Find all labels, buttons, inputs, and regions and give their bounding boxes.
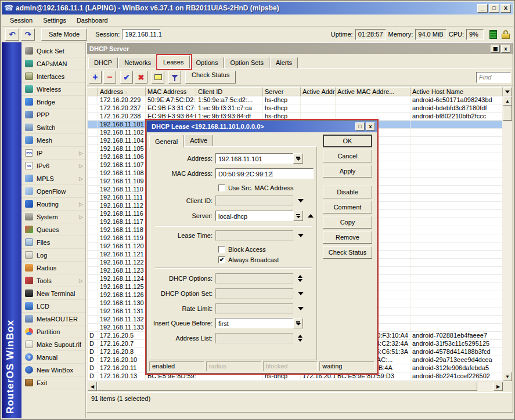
check-status-button[interactable]: Check Status <box>323 246 372 259</box>
sidebar-item-mesh[interactable]: Mesh <box>21 134 85 147</box>
column-header-active-addr-[interactable]: Active Addr...▵ <box>301 87 336 96</box>
sidebar-item-wireless[interactable]: Wireless <box>21 83 85 96</box>
minimize-icon[interactable]: _ <box>477 4 488 13</box>
scroll-up-icon[interactable]: ▲ <box>503 96 512 106</box>
find-input[interactable]: Find <box>476 72 511 83</box>
traffic-graph-icon[interactable] <box>489 30 497 39</box>
column-header-server[interactable]: Server <box>263 87 301 96</box>
dialog-tab-active[interactable]: Active <box>184 135 213 146</box>
sidebar-item-system[interactable]: System▷ <box>21 211 85 223</box>
sidebar-item-radius[interactable]: Radius <box>21 262 85 274</box>
disable-button[interactable]: Disable <box>323 186 372 198</box>
session-input[interactable]: 192.168.11.1 <box>122 29 160 40</box>
dialog-tab-general[interactable]: General <box>149 135 183 148</box>
address-list-input[interactable] <box>215 333 293 343</box>
collapse-section-icon[interactable] <box>308 214 314 218</box>
menu-item-settings[interactable]: Settings <box>38 16 71 25</box>
vertical-scrollbar[interactable]: ▲ ▼ <box>503 96 512 381</box>
sidebar-item-metarouter[interactable]: MetaROUTER <box>21 313 85 325</box>
add-icon[interactable]: + <box>89 71 102 84</box>
lease-time-dropdown-icon[interactable] <box>298 234 304 237</box>
server-dropdown-icon[interactable] <box>293 211 303 221</box>
sidebar-item-mpls[interactable]: MPLS▷ <box>21 172 85 185</box>
sidebar-item-bridge[interactable]: Bridge <box>21 96 85 108</box>
sidebar-item-partition[interactable]: Partition <box>21 325 85 338</box>
apply-button[interactable]: Apply <box>323 165 372 178</box>
rate-limit-input[interactable] <box>215 303 293 314</box>
undo-icon[interactable]: ↶ <box>5 28 19 41</box>
column-header-client-id[interactable]: Client ID <box>196 87 263 96</box>
column-select-dropdown-icon[interactable] <box>503 87 512 96</box>
filter-icon[interactable] <box>168 71 181 84</box>
sidebar-item-ppp[interactable]: PPP <box>21 108 85 121</box>
sidebar-item-capsman[interactable]: CAPsMAN <box>21 57 85 70</box>
server-input[interactable]: local-dhcp <box>215 211 293 221</box>
sidebar-item-quick-set[interactable]: Quick Set <box>21 45 85 57</box>
tab-alerts[interactable]: Alerts <box>270 57 298 68</box>
redo-icon[interactable]: ↷ <box>21 28 35 41</box>
disable-icon[interactable]: ✖ <box>135 71 147 84</box>
remove-icon[interactable]: − <box>103 71 116 84</box>
sidebar-item-interfaces[interactable]: Interfaces <box>21 70 85 83</box>
sidebar-item-lcd[interactable]: LCD <box>21 300 85 313</box>
maximize-icon[interactable]: □ <box>489 4 499 13</box>
sidebar-item-ipv6[interactable]: v6IPv6▷ <box>21 160 85 172</box>
table-row[interactable]: 172.16.20.237EC:9B:F3:31:C7:CA1:ec:9b:f3… <box>88 104 503 113</box>
use-src-mac-checkbox[interactable] <box>218 184 225 191</box>
column-header-active-mac-addre-[interactable]: Active MAC Addre... <box>336 87 410 96</box>
column-header-active-host-name[interactable]: Active Host Name <box>410 87 503 96</box>
menu-item-dashboard[interactable]: Dashboard <box>72 16 113 25</box>
horizontal-scrollbar[interactable]: ◀ ▶ <box>88 382 503 391</box>
client-id-dropdown-icon[interactable] <box>298 199 304 202</box>
insert-queue-before-input[interactable]: first <box>215 318 293 328</box>
sidebar-item-routing[interactable]: Routing▷ <box>21 198 85 211</box>
comment-button[interactable]: Comment <box>323 201 372 213</box>
column-header-flags[interactable] <box>88 87 98 96</box>
cancel-button[interactable]: Cancel <box>323 150 372 162</box>
close-icon[interactable]: X <box>500 4 511 13</box>
dhcp-option-set-dropdown-icon[interactable] <box>298 292 304 295</box>
address-list-updown-icon[interactable] <box>298 335 302 342</box>
dhcp-options-updown-icon[interactable] <box>298 275 302 282</box>
sidebar-item-exit[interactable]: Exit <box>21 376 85 389</box>
safe-mode-button[interactable]: Safe Mode <box>41 28 87 41</box>
vertical-scroll-thumb[interactable] <box>503 106 512 121</box>
lease-time-input[interactable] <box>215 230 293 241</box>
address-input[interactable]: 192.168.11.101 <box>215 153 293 164</box>
dhcp-options-input[interactable] <box>215 273 293 284</box>
rate-limit-dropdown-icon[interactable] <box>298 307 304 310</box>
scroll-right-icon[interactable]: ▶ <box>494 382 503 391</box>
insert-queue-before-dropdown-icon[interactable] <box>293 318 303 328</box>
address-dropdown-icon[interactable] <box>293 153 303 164</box>
column-header-address[interactable]: Address▵ <box>98 87 146 96</box>
sidebar-item-log[interactable]: Log <box>21 249 85 262</box>
scroll-down-icon[interactable]: ▼ <box>503 372 512 381</box>
scroll-left-icon[interactable]: ◀ <box>88 382 97 391</box>
sidebar-item-openflow[interactable]: OpenFlow <box>21 185 85 198</box>
close-icon[interactable]: x <box>366 122 375 131</box>
close-icon[interactable]: x <box>501 45 510 53</box>
copy-button[interactable]: Copy <box>323 216 372 229</box>
horizontal-scroll-thumb[interactable] <box>97 382 477 391</box>
sidebar-item-new-winbox[interactable]: New WinBox <box>21 364 85 376</box>
sidebar-item-tools[interactable]: Tools▷ <box>21 274 85 287</box>
sidebar-item-queues[interactable]: Queues <box>21 223 85 236</box>
tab-options[interactable]: Options <box>190 57 224 68</box>
sidebar-item-switch[interactable]: Switch <box>21 121 85 134</box>
mac-address-input[interactable]: D0:50:99:2C:99:12 <box>215 168 314 179</box>
block-access-checkbox[interactable] <box>218 246 225 253</box>
comment-icon[interactable] <box>152 71 164 84</box>
tab-dhcp[interactable]: DHCP <box>88 57 118 68</box>
sidebar-item-manual[interactable]: ?Manual <box>21 351 85 364</box>
table-row[interactable]: 172.16.20.22950:9E:A7:5C:D2:BB1:50:9e:a7… <box>88 96 503 104</box>
enable-icon[interactable]: ✔ <box>120 71 133 84</box>
sidebar-item-make-supout-rif[interactable]: Make Supout.rif <box>21 338 85 351</box>
sidebar-item-ip[interactable]: 255IP▷ <box>21 147 85 160</box>
restore-icon[interactable]: ▣ <box>491 45 500 53</box>
tab-option-sets[interactable]: Option Sets <box>224 57 269 68</box>
maximize-icon[interactable]: □ <box>355 122 365 131</box>
tab-networks[interactable]: Networks <box>118 57 157 68</box>
tab-leases[interactable]: Leases <box>157 55 189 68</box>
sidebar-item-files[interactable]: Files <box>21 236 85 249</box>
always-broadcast-checkbox[interactable]: ✔ <box>218 256 225 263</box>
